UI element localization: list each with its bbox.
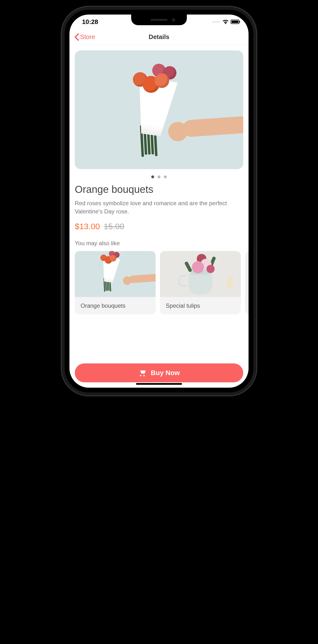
product-title: Orange bouquets: [75, 184, 243, 195]
pager-dot[interactable]: [164, 176, 167, 178]
pager-dot[interactable]: [158, 176, 160, 178]
screen: 10:28 Store Details: [69, 14, 249, 388]
buy-now-button[interactable]: Buy Now: [75, 364, 243, 382]
nav-bar: Store Details: [69, 29, 249, 45]
recommend-title: You may also like: [75, 240, 243, 247]
product-image[interactable]: [75, 50, 243, 169]
price-current: $13.00: [75, 222, 100, 231]
recommend-label: Orange bouquets: [75, 297, 156, 314]
status-right: [213, 20, 239, 24]
buy-now-label: Buy Now: [151, 369, 180, 377]
pager-dot[interactable]: [151, 176, 154, 178]
battery-icon: [231, 20, 239, 24]
recommend-thumb: [160, 251, 241, 297]
content: Orange bouquets Red roses symbolize love…: [69, 45, 249, 388]
home-indicator[interactable]: [136, 383, 182, 385]
device-frame: 10:28 Store Details: [65, 10, 253, 392]
notch: [131, 14, 187, 25]
recommend-card[interactable]: Orange bouquets: [75, 251, 156, 314]
recommend-thumb: [75, 251, 156, 297]
cart-icon: [138, 369, 146, 377]
back-label: Store: [80, 33, 95, 41]
price-old: 15.00: [104, 222, 124, 231]
wifi-icon: [222, 20, 229, 24]
recommend-card-peek[interactable]: [245, 251, 249, 314]
recommend-list[interactable]: Orange bouquets Special tulips: [75, 251, 243, 314]
recommend-card[interactable]: Special tulips: [160, 251, 241, 314]
product-price: $13.00 15.00: [75, 222, 243, 231]
back-button[interactable]: Store: [74, 33, 95, 41]
chevron-left-icon: [74, 33, 79, 41]
page-title: Details: [149, 33, 169, 41]
recommend-label: Special tulips: [160, 297, 241, 314]
image-pager[interactable]: [75, 176, 243, 178]
cellular-dots-icon: [213, 21, 220, 22]
status-time: 10:28: [82, 18, 98, 26]
product-description: Red roses symbolize love and romance and…: [75, 199, 243, 216]
